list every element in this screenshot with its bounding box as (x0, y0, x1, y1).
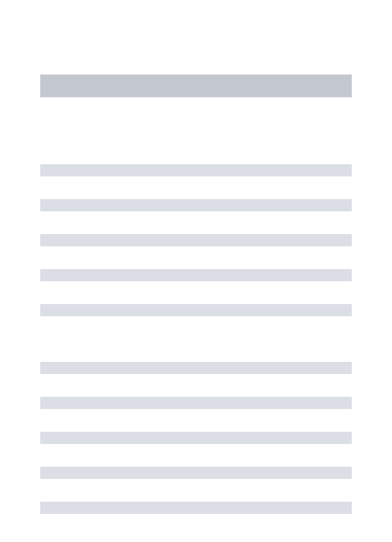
skeleton-container (0, 0, 392, 514)
skeleton-line (40, 397, 352, 409)
skeleton-line (40, 164, 352, 176)
skeleton-gap (40, 339, 352, 362)
skeleton-line (40, 199, 352, 211)
skeleton-line (40, 362, 352, 374)
skeleton-line (40, 304, 352, 316)
skeleton-line (40, 432, 352, 444)
skeleton-line (40, 502, 352, 514)
skeleton-line (40, 234, 352, 246)
skeleton-header (40, 74, 352, 97)
skeleton-line (40, 269, 352, 281)
skeleton-line (40, 467, 352, 479)
